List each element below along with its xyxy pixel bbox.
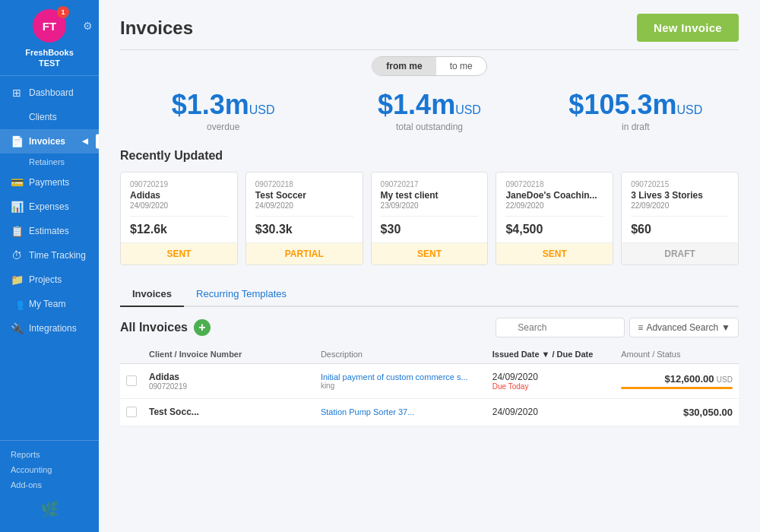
stats-row: $1.3mUSD overdue $1.4mUSD total outstand… bbox=[120, 90, 739, 132]
sidebar-item-label: Payments bbox=[29, 177, 69, 188]
invoice-card-1[interactable]: 090720218 Test Soccer 24/09/2020 $30.3k … bbox=[245, 172, 363, 265]
invoice-card-0[interactable]: 090720219 Adidas 24/09/2020 $12.6k SENT bbox=[120, 172, 238, 265]
card-date: 24/09/2020 bbox=[255, 201, 353, 210]
sidebar-nav: ⊞ Dashboard 👤 Clients 📄 Invoices ◀ Retai… bbox=[0, 76, 99, 440]
stat-amount-outstanding: $1.4mUSD bbox=[326, 90, 532, 120]
clients-icon: 👤 bbox=[11, 111, 23, 123]
from-to-toggle: from me to me bbox=[372, 56, 486, 76]
integrations-icon: 🔌 bbox=[11, 322, 23, 334]
card-date: 22/09/2020 bbox=[505, 201, 603, 210]
sidebar-item-label: Invoices bbox=[29, 136, 65, 147]
sidebar-item-dashboard[interactable]: ⊞ Dashboard bbox=[0, 81, 99, 105]
card-client: My test client bbox=[381, 190, 479, 201]
invoice-card-2[interactable]: 090720217 My test client 23/09/2020 $30 … bbox=[371, 172, 489, 265]
sidebar-item-label: Estimates bbox=[29, 226, 69, 236]
tab-invoices[interactable]: Invoices bbox=[120, 282, 184, 307]
table-row[interactable]: Test Socc... Station Pump Sorter 37... 2… bbox=[120, 399, 739, 426]
team-icon: 👥 bbox=[11, 298, 23, 310]
card-amount: $12.6k bbox=[130, 223, 228, 236]
sidebar-item-payments[interactable]: 💳 Payments bbox=[0, 170, 99, 195]
row-description: Station Pump Sorter 37... bbox=[321, 407, 492, 416]
row-checkbox[interactable] bbox=[126, 375, 149, 386]
card-amount: $30.3k bbox=[255, 223, 353, 236]
sidebar-item-integrations[interactable]: 🔌 Integrations bbox=[0, 316, 99, 340]
stat-label-draft: in draft bbox=[533, 122, 739, 132]
card-date: 23/09/2020 bbox=[381, 201, 479, 210]
sidebar-brand: FreshBooks TEST bbox=[25, 47, 74, 69]
time-icon: ⏱ bbox=[11, 249, 23, 261]
sidebar-item-label: Expenses bbox=[29, 201, 69, 212]
table-row[interactable]: Adidas 090720219 Initial payment of cust… bbox=[120, 364, 739, 399]
card-number: 090720218 bbox=[255, 180, 353, 188]
card-amount: $30 bbox=[381, 223, 479, 236]
table-col-client[interactable]: Client / Invoice Number bbox=[149, 350, 321, 359]
sidebar-item-label: Time Tracking bbox=[29, 250, 86, 261]
card-status: DRAFT bbox=[622, 242, 738, 264]
invoice-card-3[interactable]: 090720218 JaneDoe's Coachin... 22/09/202… bbox=[496, 172, 613, 265]
invoices-icon: 📄 bbox=[11, 135, 23, 147]
dashboard-icon: ⊞ bbox=[11, 87, 23, 99]
sidebar-add-ons[interactable]: Add-ons bbox=[11, 477, 88, 492]
search-box: 🔍 ≡ Advanced Search ▼ bbox=[496, 318, 739, 337]
page-title: Invoices bbox=[120, 17, 193, 39]
row-dates: 24/09/2020 bbox=[492, 407, 621, 417]
sidebar-item-estimates[interactable]: 📋 Estimates bbox=[0, 219, 99, 243]
card-client: JaneDoe's Coachin... bbox=[505, 190, 603, 201]
card-amount: $60 bbox=[631, 223, 729, 236]
chevron-icon: ◀ bbox=[82, 137, 88, 145]
invoice-card-4[interactable]: 090720215 3 Lives 3 Stories 22/09/2020 $… bbox=[621, 172, 739, 265]
toggle-to-me[interactable]: to me bbox=[436, 57, 486, 75]
card-status: SENT bbox=[121, 242, 237, 264]
sidebar-top: FT 1 ⚙ FreshBooks TEST bbox=[0, 0, 99, 76]
avatar[interactable]: FT 1 bbox=[33, 9, 66, 43]
row-client-info: Test Socc... bbox=[149, 407, 321, 417]
invoice-cards: 090720219 Adidas 24/09/2020 $12.6k SENT … bbox=[120, 172, 739, 265]
card-amount: $4,500 bbox=[505, 223, 603, 236]
advanced-search-button[interactable]: ≡ Advanced Search ▼ bbox=[629, 318, 739, 337]
sidebar-item-projects[interactable]: 📁 Projects bbox=[0, 268, 99, 292]
table-col-date[interactable]: Issued Date ▼ / Due Date bbox=[492, 350, 621, 359]
gear-icon[interactable]: ⚙ bbox=[83, 20, 93, 32]
row-amount-status: $12,600.00 USD bbox=[621, 373, 733, 389]
search-input[interactable] bbox=[496, 318, 625, 337]
search-wrap: 🔍 bbox=[496, 318, 625, 337]
chevron-down-icon: ▼ bbox=[721, 322, 730, 333]
stat-amount-draft: $105.3mUSD bbox=[533, 90, 739, 120]
sidebar-item-time-tracking[interactable]: ⏱ Time Tracking bbox=[0, 243, 99, 268]
sidebar-item-label: My Team bbox=[29, 299, 65, 309]
stat-amount-overdue: $1.3mUSD bbox=[120, 90, 326, 120]
sidebar-reports[interactable]: Reports bbox=[11, 447, 88, 462]
toggle-row: from me to me bbox=[120, 56, 739, 76]
tab-recurring-templates[interactable]: Recurring Templates bbox=[184, 282, 299, 307]
card-date: 22/09/2020 bbox=[631, 201, 729, 210]
table-header: Client / Invoice Number Description Issu… bbox=[120, 345, 739, 364]
toggle-from-me[interactable]: from me bbox=[372, 57, 435, 75]
all-invoices-label: All Invoices bbox=[120, 321, 188, 334]
sidebar-item-invoices[interactable]: 📄 Invoices ◀ bbox=[0, 129, 99, 154]
stat-draft: $105.3mUSD in draft bbox=[533, 90, 739, 132]
new-invoice-button[interactable]: New Invoice bbox=[637, 14, 739, 42]
invoices-header: All Invoices + 🔍 ≡ Advanced Search ▼ bbox=[120, 318, 739, 337]
table-col-checkbox bbox=[126, 350, 149, 359]
sidebar-item-clients[interactable]: 👤 Clients bbox=[0, 105, 99, 129]
row-checkbox[interactable] bbox=[126, 407, 149, 417]
card-number: 090720215 bbox=[631, 180, 729, 188]
sidebar-sub-retainers[interactable]: Retainers bbox=[0, 154, 99, 170]
sidebar-item-expenses[interactable]: 📊 Expenses bbox=[0, 195, 99, 219]
card-client: 3 Lives 3 Stories bbox=[631, 190, 729, 201]
sidebar-accounting[interactable]: Accounting bbox=[11, 462, 88, 477]
row-client-info: Adidas 090720219 bbox=[149, 372, 321, 391]
sidebar: FT 1 ⚙ FreshBooks TEST ⊞ Dashboard 👤 Cli… bbox=[0, 0, 99, 532]
card-client: Test Soccer bbox=[255, 190, 353, 201]
sidebar-item-my-team[interactable]: 👥 My Team bbox=[0, 292, 99, 316]
table-col-description: Description bbox=[321, 350, 492, 359]
card-number: 090720219 bbox=[130, 180, 228, 188]
tabs-row: Invoices Recurring Templates bbox=[120, 282, 739, 307]
sidebar-item-label: Projects bbox=[29, 274, 62, 285]
stat-label-overdue: overdue bbox=[120, 122, 326, 132]
card-number: 090720218 bbox=[505, 180, 603, 188]
sidebar-bottom: Reports Accounting Add-ons 🌿 bbox=[0, 440, 99, 532]
card-status: SENT bbox=[496, 242, 613, 264]
add-invoice-button[interactable]: + bbox=[194, 319, 211, 336]
sidebar-item-label: Integrations bbox=[29, 323, 77, 334]
